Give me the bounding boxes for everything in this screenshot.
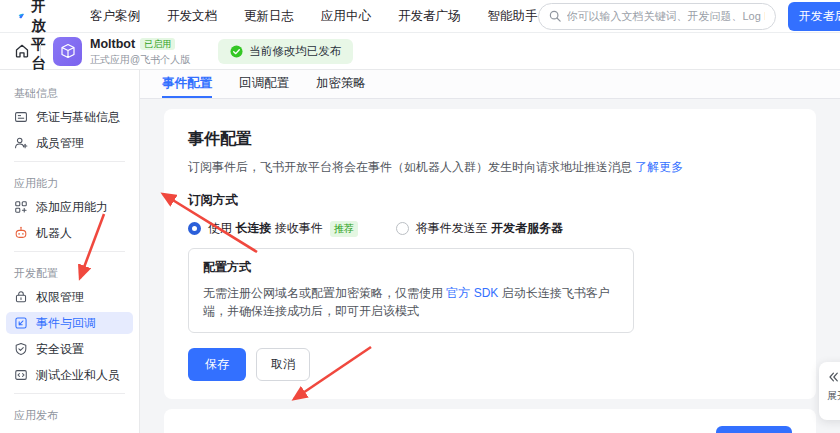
top-navigation-bar: 飞书开放平台 客户案例 开发文档 更新日志 应用中心 开发者广场 智能助手 开发… <box>0 0 840 33</box>
sidebar-item-version-release[interactable]: 版本管理与发布 <box>6 428 133 433</box>
app-icon <box>53 37 82 66</box>
app-meta: Moltbot 已启用 正式应用@飞书个人版 <box>90 37 190 66</box>
credential-icon <box>14 110 28 124</box>
developer-console-button[interactable]: 开发者后台 <box>788 2 840 31</box>
save-button[interactable]: 保存 <box>188 348 246 381</box>
member-icon <box>14 136 28 150</box>
top-nav-right-cluster: 开发者后台 <box>538 2 840 31</box>
config-mode-box: 配置方式 无需注册公网域名或配置加密策略，仅需使用 官方 SDK 启动长连接飞书… <box>188 248 634 333</box>
sidebar-item-permissions[interactable]: 权限管理 <box>6 286 133 308</box>
nav-dev-docs[interactable]: 开发文档 <box>167 8 217 25</box>
sidebar-item-members[interactable]: 成员管理 <box>6 132 133 154</box>
check-circle-icon <box>230 45 243 58</box>
app-header-bar: Moltbot 已启用 正式应用@飞书个人版 当前修改均已发布 <box>0 33 840 70</box>
sidebar-section-dev-config: 开发配置 <box>0 258 139 286</box>
sidebar-item-label: 添加应用能力 <box>36 199 108 216</box>
expand-widget-label: 展开 <box>827 389 840 403</box>
nav-changelog[interactable]: 更新日志 <box>244 8 294 25</box>
config-tabbar: 事件配置 回调配置 加密策略 <box>140 70 840 99</box>
sidebar-item-label: 权限管理 <box>36 289 84 306</box>
radio-developer-server[interactable]: 将事件发送至 开发者服务器 <box>396 220 563 237</box>
sidebar-item-add-capability[interactable]: 添加应用能力 <box>6 196 133 218</box>
sidebar: 基础信息 凭证与基础信息 成员管理 应用能力 <box>0 70 140 433</box>
sidebar-section-release: 应用发布 <box>0 400 139 428</box>
cancel-button[interactable]: 取消 <box>256 348 310 381</box>
sidebar-item-bot[interactable]: 机器人 <box>6 222 133 244</box>
added-events-card: 已添加事件 添加事件 事件名称 订阅类型 <box>164 409 816 433</box>
sidebar-item-label: 事件与回调 <box>36 315 96 332</box>
search-icon <box>549 10 561 22</box>
radio-selected-icon[interactable] <box>188 222 201 235</box>
top-nav-links: 客户案例 开发文档 更新日志 应用中心 开发者广场 智能助手 <box>90 8 538 25</box>
sidebar-item-credentials[interactable]: 凭证与基础信息 <box>6 106 133 128</box>
official-sdk-link[interactable]: 官方 SDK <box>446 286 498 300</box>
radio-unselected-icon[interactable] <box>396 222 409 235</box>
sidebar-item-label: 安全设置 <box>36 341 84 358</box>
app-name: Moltbot <box>90 37 135 52</box>
event-callback-icon <box>14 316 28 330</box>
tab-callback-config[interactable]: 回调配置 <box>239 70 289 98</box>
test-org-icon <box>14 368 28 382</box>
permission-lock-icon <box>14 290 28 304</box>
sidebar-item-label: 机器人 <box>36 225 72 242</box>
sidebar-section-capabilities: 应用能力 <box>0 168 139 196</box>
sidebar-item-label: 成员管理 <box>36 135 84 152</box>
cube-icon <box>60 43 76 59</box>
sidebar-item-test-org[interactable]: 测试企业和人员 <box>6 364 133 386</box>
learn-more-link[interactable]: 了解更多 <box>635 160 683 174</box>
sidebar-divider <box>14 161 125 162</box>
config-mode-title: 配置方式 <box>203 259 619 276</box>
nav-ai-assistant[interactable]: 智能助手 <box>488 8 538 25</box>
nav-customer-cases[interactable]: 客户案例 <box>90 8 140 25</box>
sidebar-divider <box>14 251 125 252</box>
app-subtitle: 正式应用@飞书个人版 <box>90 54 190 66</box>
sidebar-item-events-callbacks[interactable]: 事件与回调 <box>6 312 133 334</box>
tab-event-config[interactable]: 事件配置 <box>162 70 212 98</box>
home-icon[interactable] <box>14 43 30 59</box>
event-config-title: 事件配置 <box>188 129 792 150</box>
header-divider <box>40 44 41 59</box>
tab-encryption-strategy[interactable]: 加密策略 <box>316 70 366 98</box>
feishu-logo-icon <box>18 7 24 25</box>
search-input[interactable] <box>567 10 765 22</box>
sidebar-item-label: 凭证与基础信息 <box>36 109 120 126</box>
publish-status-pill: 当前修改均已发布 <box>218 39 353 64</box>
sidebar-item-label: 测试企业和人员 <box>36 367 120 384</box>
main-content: 事件配置 回调配置 加密策略 事件配置 订阅事件后，飞书开放平台将会在事件（如机… <box>140 70 840 433</box>
global-search-box[interactable] <box>538 3 776 30</box>
subscribe-mode-title: 订阅方式 <box>188 192 792 209</box>
publish-status-text: 当前修改均已发布 <box>249 44 341 59</box>
expand-panel-widget[interactable]: 展开 <box>819 362 840 420</box>
sidebar-item-security[interactable]: 安全设置 <box>6 338 133 360</box>
double-chevron-left-icon <box>827 371 839 383</box>
recommended-badge: 推荐 <box>330 221 358 237</box>
nav-app-center[interactable]: 应用中心 <box>321 8 371 25</box>
event-config-description: 订阅事件后，飞书开放平台将会在事件（如机器人入群）发生时向请求地址推送消息 了解… <box>188 159 792 176</box>
add-capability-icon <box>14 200 28 214</box>
feishu-open-platform-console: 飞书开放平台 客户案例 开发文档 更新日志 应用中心 开发者广场 智能助手 开发… <box>0 0 840 433</box>
sidebar-section-basic-info: 基础信息 <box>0 78 139 106</box>
add-event-button[interactable]: 添加事件 <box>716 426 792 433</box>
app-status-badge: 已启用 <box>140 38 175 51</box>
config-mode-body: 无需注册公网域名或配置加密策略，仅需使用 官方 SDK 启动长连接飞书客户端，并… <box>203 284 619 320</box>
shield-check-icon <box>14 342 28 356</box>
subscribe-mode-options: 使用 长连接 接收事件 推荐 将事件发送至 开发者服务器 <box>188 220 792 237</box>
sidebar-divider <box>14 393 125 394</box>
event-config-card: 事件配置 订阅事件后，飞书开放平台将会在事件（如机器人入群）发生时向请求地址推送… <box>164 109 816 399</box>
radio-long-connection[interactable]: 使用 长连接 接收事件 推荐 <box>188 220 358 237</box>
bot-icon <box>14 226 28 240</box>
nav-developer-plaza[interactable]: 开发者广场 <box>398 8 461 25</box>
